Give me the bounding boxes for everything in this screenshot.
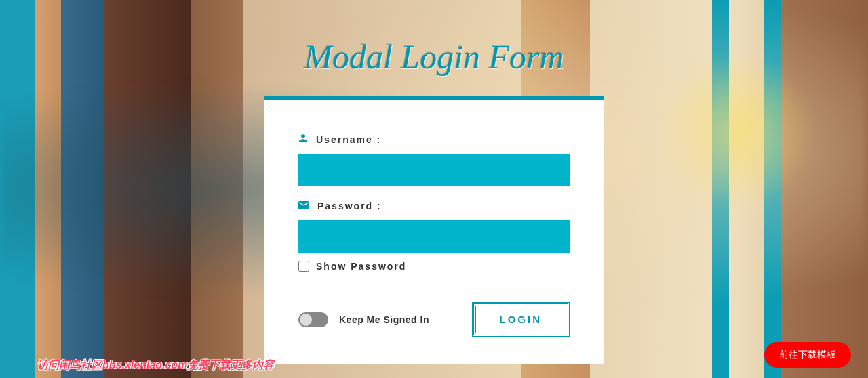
user-icon bbox=[298, 133, 308, 146]
download-template-button[interactable]: 前往下载模板 bbox=[764, 342, 851, 368]
username-label-row: Username : bbox=[298, 133, 570, 146]
keep-signed-group: Keep Me Signed In bbox=[298, 312, 429, 327]
login-button[interactable]: LOGIN bbox=[472, 302, 570, 337]
username-input[interactable] bbox=[298, 154, 570, 186]
keep-signed-toggle[interactable] bbox=[298, 312, 328, 327]
show-password-checkbox[interactable] bbox=[298, 261, 309, 272]
toggle-knob bbox=[300, 314, 312, 326]
login-form: Username : Password : Show Password Keep… bbox=[264, 96, 604, 364]
form-bottom-row: Keep Me Signed In LOGIN bbox=[298, 302, 570, 337]
mail-icon bbox=[298, 200, 309, 212]
keep-signed-label: Keep Me Signed In bbox=[339, 314, 429, 325]
username-label: Username : bbox=[316, 134, 381, 145]
password-label-row: Password : bbox=[298, 200, 570, 212]
watermark-text: 访问闲鸟社区bbs.xieniao.com免费下载更多内容 bbox=[37, 358, 274, 373]
page-title: Modal Login Form bbox=[304, 37, 564, 77]
password-label: Password : bbox=[317, 201, 382, 211]
password-input[interactable] bbox=[298, 220, 570, 253]
show-password-label[interactable]: Show Password bbox=[316, 261, 406, 272]
password-group: Password : Show Password bbox=[298, 200, 570, 272]
show-password-row: Show Password bbox=[298, 261, 570, 272]
username-group: Username : bbox=[298, 133, 570, 186]
